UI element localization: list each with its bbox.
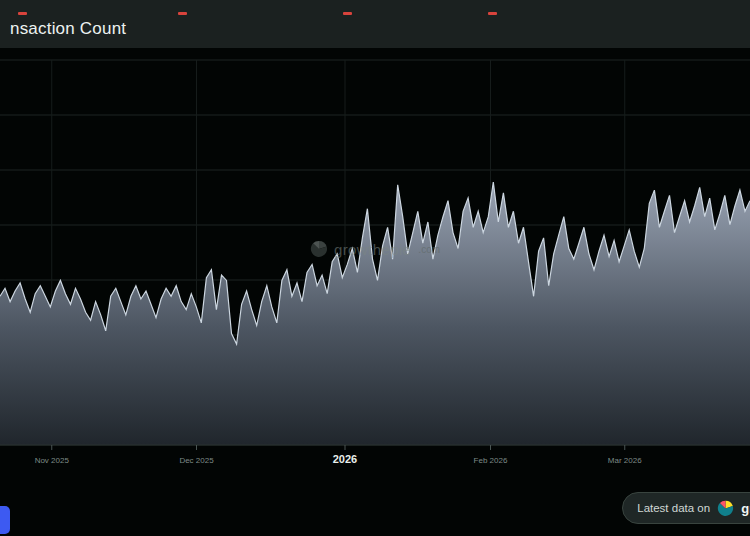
svg-text:2026: 2026 (333, 453, 357, 465)
svg-text:Dec 2025: Dec 2025 (179, 456, 214, 465)
red-fragment-icon (18, 12, 27, 15)
x-axis (0, 445, 750, 450)
red-fragment-icon (343, 12, 352, 15)
chart-area[interactable]: Nov 2025Dec 20252026Feb 2026Mar 2026 gro… (0, 48, 750, 480)
latest-data-badge[interactable]: Latest data on grow (622, 492, 750, 524)
footer: Latest data on grow (0, 480, 750, 536)
red-fragment-icon (488, 12, 497, 15)
x-axis-labels: Nov 2025Dec 20252026Feb 2026Mar 2026 (35, 453, 643, 465)
chart-header: nsaction Count Time (0, 0, 750, 48)
transaction-count-chart[interactable]: Nov 2025Dec 20252026Feb 2026Mar 2026 (0, 48, 750, 480)
red-fragment-icon (178, 12, 187, 15)
svg-text:Mar 2026: Mar 2026 (608, 456, 642, 465)
app-root: nsaction Count Time Nov 2025Dec 20252026… (0, 0, 750, 536)
growthepie-logo-icon (717, 500, 734, 517)
page-title: nsaction Count (10, 9, 126, 39)
area-series-fill (0, 182, 750, 445)
svg-text:Nov 2025: Nov 2025 (35, 456, 70, 465)
brand-wordmark: grow (741, 501, 750, 516)
latest-data-label: Latest data on (637, 502, 710, 514)
cropped-blue-ui-fragment (0, 506, 10, 534)
svg-text:Feb 2026: Feb 2026 (474, 456, 508, 465)
